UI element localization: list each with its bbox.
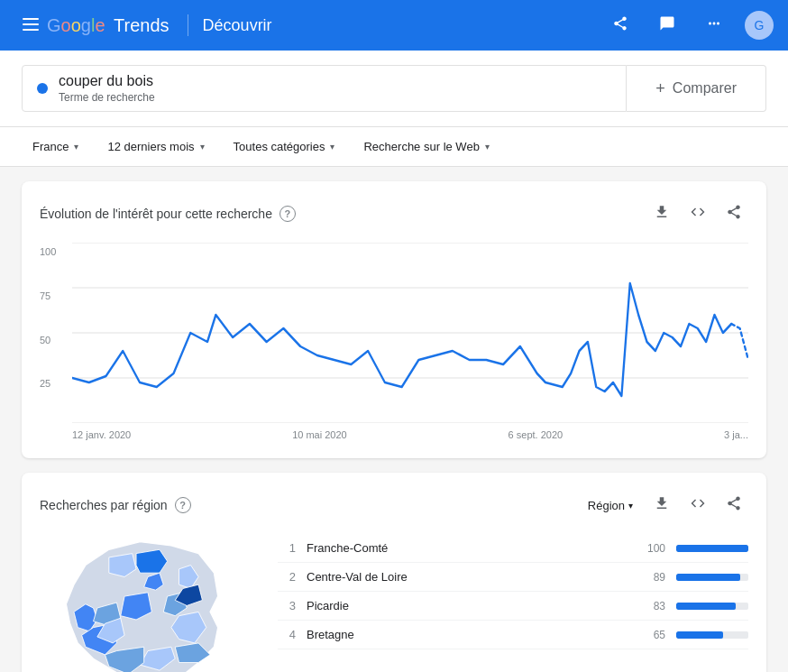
x-axis: 12 janv. 2020 10 mai 2020 6 sept. 2020 3…: [72, 426, 748, 440]
region-name-1: Franche-Comté: [307, 541, 628, 555]
country-arrow: ▾: [74, 142, 78, 152]
svg-rect-2: [23, 29, 39, 31]
type-arrow: ▾: [485, 142, 490, 152]
chart-svg: [72, 243, 748, 423]
y-axis: 100 75 50 25: [40, 243, 72, 440]
region-score-2: 89: [638, 571, 665, 584]
list-item: 3 Picardie 83: [278, 592, 748, 621]
region-title-group: Recherches par région ?: [40, 497, 191, 513]
list-item: 4 Bretagne 65: [278, 621, 748, 649]
period-label: 12 derniers mois: [107, 140, 194, 153]
user-avatar[interactable]: G: [745, 11, 774, 40]
share-button[interactable]: [604, 9, 637, 41]
y-label-50: 50: [40, 335, 65, 345]
country-filter[interactable]: France ▾: [22, 134, 89, 159]
region-rank-1: 1: [278, 541, 296, 555]
x-label-jan: 12 janv. 2020: [72, 429, 131, 440]
embed-icon: [690, 204, 706, 225]
header-title: Découvrir: [203, 16, 272, 35]
share-icon: [612, 15, 628, 36]
region-help-icon[interactable]: ?: [175, 497, 191, 513]
period-filter[interactable]: 12 derniers mois ▾: [96, 134, 215, 159]
compare-plus-icon: +: [655, 79, 665, 98]
compare-box[interactable]: + Comparer: [627, 65, 766, 112]
region-rank-2: 2: [278, 570, 296, 584]
france-map-container: [40, 534, 256, 672]
search-dot: [37, 83, 48, 94]
region-bar-2: [676, 574, 748, 581]
chart-plot: 12 janv. 2020 10 mai 2020 6 sept. 2020 3…: [72, 243, 748, 440]
list-item: 1 Franche-Comté 100: [278, 534, 748, 563]
type-label: Recherche sur le Web: [363, 140, 479, 153]
category-arrow: ▾: [330, 142, 334, 152]
x-label-may: 10 mai 2020: [292, 429, 347, 440]
compare-label: Comparer: [673, 80, 737, 97]
x-label-sep: 6 sept. 2020: [509, 429, 564, 440]
region-name-3: Picardie: [307, 599, 628, 612]
interest-help-icon[interactable]: ?: [279, 206, 296, 222]
header-divider: [188, 14, 188, 36]
region-embed-icon: [690, 495, 706, 516]
region-bar-3: [676, 603, 748, 610]
region-share-icon: [726, 495, 742, 516]
region-chart-header: Recherches par région ? Région ▾: [40, 491, 748, 520]
period-arrow: ▾: [200, 142, 205, 152]
category-label: Toutes catégories: [234, 140, 325, 153]
category-filter[interactable]: Toutes catégories ▾: [223, 134, 346, 159]
y-label-25: 25: [40, 378, 65, 389]
region-name-4: Bretagne: [307, 628, 628, 641]
region-score-4: 65: [638, 629, 665, 641]
search-term-subtitle: Terme de recherche: [59, 91, 155, 104]
interest-chart-card: Évolution de l'intérêt pour cette recher…: [22, 181, 766, 458]
filter-bar: France ▾ 12 derniers mois ▾ Toutes catég…: [0, 127, 788, 167]
interest-chart-header: Évolution de l'intérêt pour cette recher…: [40, 199, 748, 228]
region-bar-4: [676, 631, 748, 639]
region-rank-3: 3: [278, 599, 296, 612]
interest-share-button[interactable]: [719, 199, 748, 228]
list-item: 2 Centre-Val de Loire 89: [278, 563, 748, 592]
svg-rect-0: [23, 18, 39, 20]
region-dropdown[interactable]: Région ▾: [581, 495, 640, 516]
messages-icon: [659, 15, 675, 36]
region-bar-1: [676, 545, 748, 552]
region-dropdown-label: Région: [588, 499, 625, 512]
svg-rect-1: [23, 23, 39, 25]
region-score-1: 100: [638, 542, 665, 555]
search-term-box[interactable]: couper du bois Terme de recherche: [22, 65, 627, 112]
region-score-3: 83: [638, 600, 665, 612]
region-embed-button[interactable]: [683, 491, 712, 520]
apps-button[interactable]: [698, 9, 730, 41]
region-chart-actions: Région ▾: [581, 491, 748, 520]
region-list: 1 Franche-Comté 100 2 Centre-Val de Loir…: [278, 534, 748, 672]
y-label-75: 75: [40, 290, 65, 301]
interest-chart-actions: [647, 199, 748, 228]
region-name-2: Centre-Val de Loire: [307, 570, 628, 584]
region-chart-card: Recherches par région ? Région ▾: [22, 473, 766, 672]
type-filter[interactable]: Recherche sur le Web ▾: [353, 134, 499, 159]
x-label-jan2: 3 ja...: [724, 429, 748, 440]
region-rank-4: 4: [278, 628, 296, 641]
chart-area: 100 75 50 25: [40, 243, 748, 440]
search-term-title: couper du bois: [59, 73, 155, 89]
app-logo: Google Trends: [47, 15, 170, 36]
y-label-100: 100: [40, 246, 65, 257]
header-actions: G: [604, 9, 774, 41]
interest-download-button[interactable]: [647, 199, 676, 228]
search-section: couper du bois Terme de recherche + Comp…: [0, 51, 788, 127]
share-line-icon: [726, 204, 742, 225]
country-label: France: [32, 140, 69, 153]
search-term-info: couper du bois Terme de recherche: [59, 73, 155, 104]
region-chart-title: Recherches par région: [40, 498, 168, 512]
interest-chart-title: Évolution de l'intérêt pour cette recher…: [40, 207, 272, 221]
region-download-button[interactable]: [647, 491, 676, 520]
interest-embed-button[interactable]: [683, 199, 712, 228]
menu-button[interactable]: [14, 9, 47, 41]
apps-icon: [706, 15, 722, 36]
download-icon: [654, 204, 670, 225]
interest-title-group: Évolution de l'intérêt pour cette recher…: [40, 206, 296, 222]
region-share-button[interactable]: [719, 491, 748, 520]
app-header: Google Trends Découvrir G: [0, 0, 788, 51]
france-map-svg: [40, 534, 256, 672]
region-dropdown-arrow: ▾: [628, 501, 633, 511]
messages-button[interactable]: [651, 9, 683, 41]
